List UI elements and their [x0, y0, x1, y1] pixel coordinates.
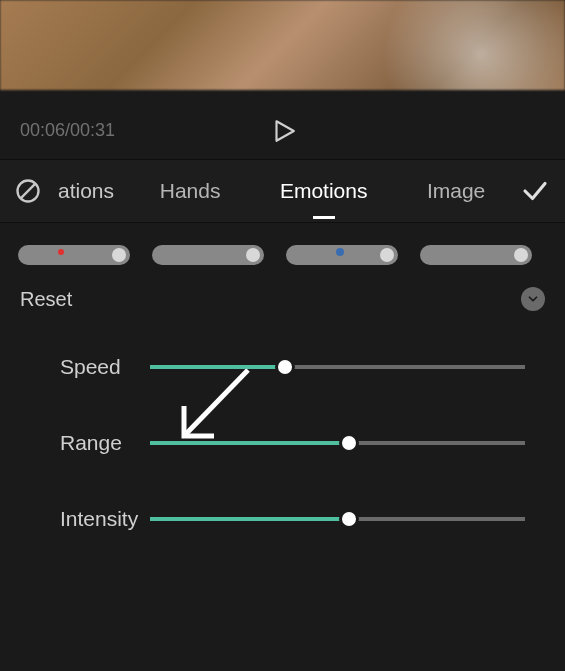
slider-intensity: Intensity [40, 507, 525, 531]
slider-fill [150, 441, 349, 445]
play-icon [270, 118, 296, 144]
slider-fill [150, 517, 349, 521]
slider-range: Range [40, 431, 525, 455]
tab-hands[interactable]: Hands [130, 179, 250, 203]
playback-bar: 00:06/00:31 [0, 90, 565, 159]
no-symbol-icon [14, 177, 42, 205]
slider-label: Range [40, 431, 150, 455]
tab-animations-partial[interactable]: ations [52, 179, 130, 203]
slider-label: Speed [40, 355, 150, 379]
slider-controls: Speed Range Intensity [0, 315, 565, 531]
preset-item[interactable] [420, 245, 532, 265]
slider-section-header: Reset [0, 273, 565, 315]
slider-label: Intensity [40, 507, 150, 531]
play-button[interactable] [270, 118, 296, 144]
preset-thumbnails [0, 223, 565, 273]
range-slider[interactable] [150, 433, 525, 453]
svg-line-1 [20, 183, 35, 198]
intensity-slider[interactable] [150, 509, 525, 529]
speed-slider[interactable] [150, 357, 525, 377]
collapse-button[interactable] [521, 287, 545, 311]
timecode: 00:06/00:31 [20, 120, 115, 141]
slider-thumb[interactable] [339, 433, 359, 453]
video-effects-panel: 00:06/00:31 ations Hands Emotions Image [0, 0, 565, 671]
checkmark-icon [520, 176, 550, 206]
preset-item[interactable] [18, 245, 130, 265]
tab-image[interactable]: Image [397, 179, 515, 203]
video-preview[interactable] [0, 0, 565, 90]
confirm-button[interactable] [515, 176, 555, 206]
preset-item[interactable] [152, 245, 264, 265]
slider-thumb[interactable] [275, 357, 295, 377]
slider-fill [150, 365, 285, 369]
preset-item[interactable] [286, 245, 398, 265]
chevron-down-icon [526, 292, 540, 306]
slider-speed: Speed [40, 355, 525, 379]
tab-emotions[interactable]: Emotions [250, 179, 397, 203]
reset-button[interactable]: Reset [20, 288, 72, 311]
slider-thumb[interactable] [339, 509, 359, 529]
cancel-button[interactable] [10, 177, 46, 205]
category-tabs: ations Hands Emotions Image [0, 159, 565, 223]
